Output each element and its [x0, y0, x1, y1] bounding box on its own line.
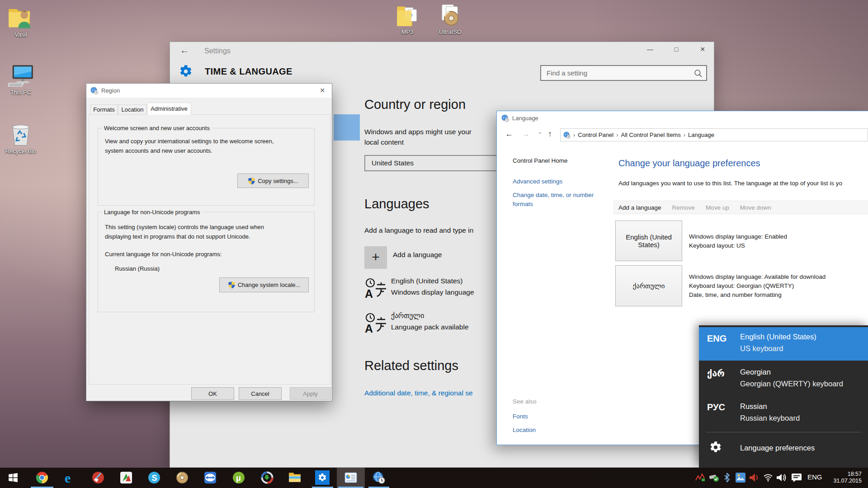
find-a-setting-search[interactable] — [540, 65, 707, 81]
language-active-indicator — [368, 487, 389, 488]
add-language-button[interactable]: + — [364, 246, 387, 269]
idm-icon[interactable] — [261, 471, 274, 484]
recent-pages-chevron-icon[interactable]: ⌄ — [538, 128, 542, 135]
country-description-line1: Windows and apps might use your — [364, 128, 472, 136]
button-label: Apply — [303, 390, 318, 397]
language-tile-georgian[interactable]: ქართული — [615, 265, 682, 306]
bluetooth-icon[interactable] — [723, 472, 731, 483]
clock-time: 18:57 — [833, 471, 862, 478]
settings-gear-icon — [179, 65, 193, 78]
sidebar-change-formats-link[interactable]: Change date, time, or number — [513, 192, 594, 198]
button-label: Change system locale... — [238, 282, 301, 288]
region-dialog: Region ✕ Formats Location Administrative… — [86, 83, 332, 401]
utorrent-mu-glyph: µ — [236, 473, 241, 483]
desktop-icon-recycle-bin[interactable]: Recycle Bin — [0, 123, 42, 155]
search-input[interactable] — [541, 66, 706, 80]
desktop-icon-ultraiso[interactable]: UltraISO — [429, 4, 471, 35]
up-arrow-icon[interactable]: ↑ — [548, 129, 552, 139]
sidebar-control-panel-home[interactable]: Control Panel Home — [513, 157, 568, 164]
keyboard-name: Georgian (QWERTY) keyboard — [740, 380, 843, 388]
desktop-icon-vasil[interactable]: Vasil — [0, 5, 42, 38]
languages-heading: Languages — [364, 197, 429, 211]
tab-formats[interactable]: Formats — [90, 104, 118, 115]
close-icon[interactable]: ✕ — [317, 87, 327, 94]
ultraiso-icon[interactable] — [176, 471, 189, 484]
language-name: English (United States) — [740, 333, 816, 341]
sidebar-advanced-settings-link[interactable]: Advanced settings — [513, 178, 562, 185]
ccleaner-icon[interactable] — [92, 471, 104, 484]
breadcrumb-chevron-icon: › — [573, 131, 575, 138]
teamviewer-icon[interactable] — [204, 471, 217, 484]
additional-settings-link[interactable]: Additional date, time, & regional se — [364, 389, 473, 397]
address-bar[interactable]: › Control Panel › All Control Panel Item… — [560, 128, 868, 141]
cp-page-heading: Change your language preferences — [618, 158, 760, 169]
country-heading: Country or region — [364, 97, 466, 112]
region-dialog-taskbar-cell[interactable] — [337, 468, 365, 488]
speaker-icon[interactable] — [776, 473, 787, 483]
language-item-name[interactable]: ქართული — [391, 312, 424, 320]
language-tile-english[interactable]: English (United States) — [615, 221, 682, 261]
breadcrumb-all-items[interactable]: All Control Panel Items — [621, 131, 680, 138]
region-titlebar[interactable]: Region ✕ — [86, 84, 332, 98]
welcome-screen-groupbox: Welcome screen and new user accounts Vie… — [98, 128, 315, 206]
see-also-fonts-link[interactable]: Fonts — [513, 413, 528, 420]
close-button[interactable]: ✕ — [696, 46, 709, 53]
desktop-icon-this-pc[interactable]: This PC — [0, 64, 42, 96]
flyout-item-russian[interactable]: РУС Russian Russian keyboard — [699, 395, 868, 429]
photo-app-tray-icon[interactable] — [735, 472, 746, 483]
start-button-icon[interactable] — [8, 473, 18, 483]
volume-mixer-horn-icon[interactable] — [749, 473, 760, 483]
back-arrow-icon[interactable]: ← — [180, 45, 189, 56]
wifi-icon[interactable] — [763, 474, 773, 482]
see-also-location-link[interactable]: Location — [513, 427, 536, 433]
page-title: TIME & LANGUAGE — [205, 66, 292, 77]
country-dropdown-value: United States — [372, 159, 414, 167]
desktop-icon-mp3[interactable]: ♪ MP3 — [387, 4, 428, 35]
breadcrumb-control-panel[interactable]: Control Panel — [578, 131, 613, 138]
safely-remove-hardware-icon[interactable] — [709, 473, 720, 482]
language-preferences-item[interactable]: Language preferences — [699, 435, 868, 466]
add-language-label[interactable]: Add a language — [393, 251, 442, 259]
groupbox-title: Welcome screen and new user accounts — [102, 125, 212, 131]
chrome-icon[interactable] — [36, 471, 48, 484]
tab-location[interactable]: Location — [118, 104, 147, 115]
country-dropdown[interactable]: United States — [364, 155, 505, 171]
maximize-button[interactable]: □ — [670, 46, 683, 53]
clock-date: 31.07.2015 — [833, 478, 862, 484]
action-center-icon[interactable] — [791, 473, 802, 483]
network-monitor-tray-icon[interactable] — [695, 473, 705, 482]
skype-s-glyph: S — [152, 474, 157, 483]
breadcrumb-language[interactable]: Language — [688, 131, 714, 138]
file-explorer-icon[interactable] — [288, 471, 301, 483]
flyout-item-english[interactable]: ENG English (United States) US keyboard — [699, 327, 868, 361]
toolbar-add-a-language[interactable]: Add a language — [618, 204, 661, 211]
language-item-status: Windows display language — [391, 288, 474, 296]
taskbar: e S µ — [0, 468, 868, 488]
language-preferences-label: Language preferences — [740, 444, 815, 452]
back-arrow-icon[interactable]: ← — [505, 129, 513, 139]
cancel-button[interactable]: Cancel — [239, 387, 282, 400]
region-title: Region — [101, 87, 120, 94]
sidebar-change-formats-link-line2[interactable]: formats — [513, 201, 533, 207]
language-name: Russian — [740, 402, 767, 411]
chrome-active-indicator — [31, 487, 53, 488]
skype-icon[interactable]: S — [148, 471, 160, 484]
utorrent-icon[interactable]: µ — [232, 471, 245, 484]
change-system-locale-button[interactable]: Change system locale... — [219, 277, 309, 292]
uac-shield-icon — [248, 177, 255, 185]
tab-administrative[interactable]: Administrative — [147, 103, 191, 115]
minimize-button[interactable]: — — [643, 46, 657, 53]
sidebar-selected-item-highlight[interactable] — [334, 114, 360, 141]
copy-settings-button[interactable]: Copy settings... — [237, 174, 309, 188]
flyout-item-georgian[interactable]: ქარ Georgian Georgian (QWERTY) keyboard — [699, 361, 868, 395]
language-item-name[interactable]: English (United States) — [391, 277, 463, 285]
image-app-icon[interactable] — [120, 471, 132, 484]
tray-language-indicator[interactable]: ENG — [807, 473, 822, 481]
taskbar-clock[interactable]: 18:57 31.07.2015 — [833, 471, 862, 484]
ok-button[interactable]: OK — [191, 387, 234, 400]
edge-icon[interactable]: e — [64, 470, 77, 485]
apply-button: Apply — [290, 387, 331, 400]
language-cp-taskbar-icon[interactable] — [373, 471, 385, 484]
language-name: Georgian — [740, 368, 771, 376]
settings-app-taskbar-icon[interactable] — [315, 470, 330, 485]
